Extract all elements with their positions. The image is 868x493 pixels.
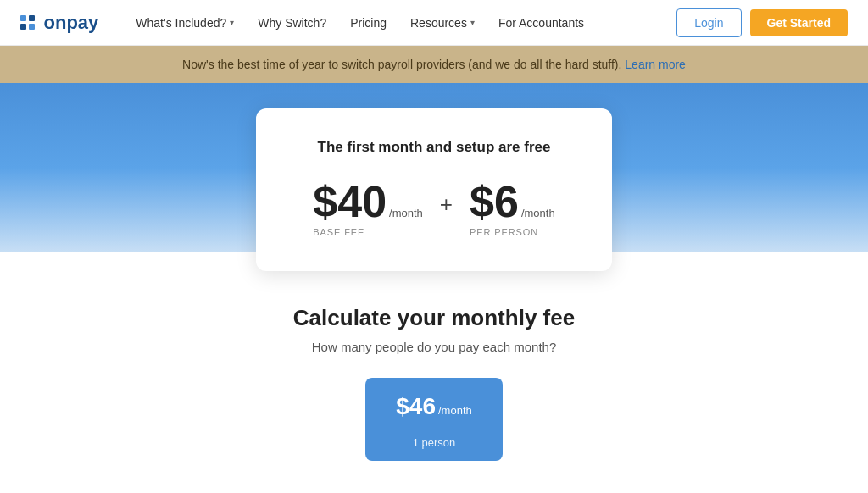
base-fee-amount: $40 (313, 180, 387, 224)
pricing-card-wrapper: The first month and setup are free $40 /… (0, 83, 868, 271)
navbar: onpay What's Included? ▾ Why Switch? Pri… (0, 0, 868, 46)
chevron-down-icon: ▾ (230, 18, 234, 27)
nav-link-for-accountants[interactable]: For Accountants (488, 11, 594, 35)
pricing-amounts: $40 /month BASE FEE + $6 /month PER PERS… (307, 180, 561, 237)
logo-text: onpay (44, 12, 99, 34)
fee-label: 1 person (396, 436, 471, 449)
nav-links: What's Included? ▾ Why Switch? Pricing R… (125, 11, 676, 35)
nav-link-resources[interactable]: Resources ▾ (400, 11, 485, 35)
fee-amount: $46 /month (396, 393, 471, 420)
banner-learn-more-link[interactable]: Learn more (625, 58, 686, 71)
fee-per-month: /month (438, 404, 472, 417)
base-fee-block: $40 /month BASE FEE (313, 180, 423, 237)
announcement-banner: Now's the best time of year to switch pa… (0, 46, 868, 83)
pricing-card: The first month and setup are free $40 /… (256, 108, 612, 271)
nav-link-whats-included[interactable]: What's Included? ▾ (125, 11, 244, 35)
pricing-card-title: The first month and setup are free (307, 139, 561, 156)
base-fee-per-month: /month (389, 207, 423, 219)
per-person-per-month: /month (521, 207, 555, 219)
nav-link-pricing[interactable]: Pricing (340, 11, 397, 35)
base-fee-label: BASE FEE (313, 227, 364, 237)
banner-text: Now's the best time of year to switch pa… (182, 58, 621, 71)
nav-link-why-switch[interactable]: Why Switch? (248, 11, 337, 35)
login-button[interactable]: Login (676, 8, 741, 37)
logo[interactable]: onpay (20, 12, 98, 34)
calculate-subtitle: How many people do you pay each month? (20, 340, 848, 354)
monthly-fee-card: $46 /month 1 person (365, 378, 502, 461)
plus-sign: + (440, 191, 453, 218)
get-started-button[interactable]: Get Started (750, 9, 848, 36)
calculate-title: Calculate your monthly fee (20, 305, 848, 331)
fee-dollar: $46 (396, 393, 436, 420)
chevron-down-icon: ▾ (470, 18, 475, 27)
logo-icon (20, 15, 39, 30)
per-person-amount: $6 (470, 180, 519, 224)
per-person-label: PER PERSON (470, 227, 538, 237)
calculate-section: Calculate your monthly fee How many peop… (0, 271, 868, 486)
nav-actions: Login Get Started (676, 8, 848, 37)
hero-area: The first month and setup are free $40 /… (0, 83, 868, 493)
fee-divider (396, 429, 471, 429)
per-person-block: $6 /month PER PERSON (470, 180, 555, 237)
